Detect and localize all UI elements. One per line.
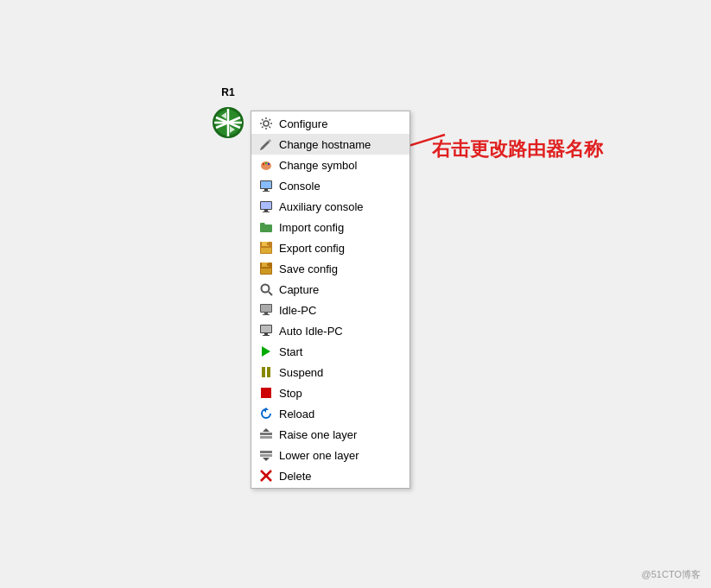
menu-item-auto-idle-pc[interactable]: Auto Idle-PC (251, 320, 409, 341)
menu-item-reload[interactable]: Reload (251, 403, 409, 424)
menu-item-change-symbol[interactable]: Change symbol (251, 155, 409, 175)
menu-item-auxiliary-console[interactable]: Auxiliary console (251, 196, 409, 217)
svg-rect-19 (264, 210, 268, 212)
svg-rect-47 (260, 451, 272, 453)
svg-rect-14 (261, 181, 271, 188)
svg-line-30 (269, 292, 272, 295)
svg-rect-23 (267, 243, 269, 245)
menu-item-label-lower-layer: Lower one layer (279, 449, 359, 462)
menu-item-label-stop: Stop (279, 387, 302, 400)
menu-item-label-reload: Reload (279, 408, 314, 420)
svg-rect-36 (261, 326, 271, 332)
lower-layer-icon (258, 447, 274, 463)
menu-item-configure[interactable]: Configure (251, 113, 409, 134)
footer: @51CTO博客 (642, 568, 701, 581)
start-icon (258, 344, 274, 359)
menu-item-start[interactable]: Start (251, 341, 409, 362)
reload-icon (258, 406, 274, 421)
svg-rect-48 (260, 454, 272, 457)
annotation-text: 右击更改路由器名称 (432, 136, 603, 162)
console-icon (258, 178, 274, 193)
router-container: R1 (207, 86, 249, 142)
menu-item-change-hostname[interactable]: Change hostname (251, 134, 409, 155)
import-config-icon (258, 219, 274, 235)
svg-rect-27 (267, 263, 269, 266)
menu-item-label-console: Console (279, 180, 321, 193)
svg-rect-20 (263, 212, 270, 212)
menu-item-stop[interactable]: Stop (251, 383, 409, 403)
svg-point-10 (263, 163, 264, 165)
menu-item-capture[interactable]: Capture (251, 279, 409, 300)
menu-item-label-auto-idle-pc: Auto Idle-PC (279, 325, 343, 338)
menu-item-label-save-config: Save config (279, 262, 338, 275)
menu-item-label-capture: Capture (279, 283, 319, 296)
svg-rect-34 (263, 314, 270, 315)
auxiliary-console-icon (258, 199, 274, 214)
svg-rect-33 (264, 313, 268, 314)
change-symbol-icon (258, 157, 274, 173)
svg-marker-46 (263, 428, 270, 432)
svg-rect-24 (261, 248, 271, 253)
svg-point-8 (263, 121, 269, 126)
menu-item-label-change-hostname: Change hostname (279, 138, 371, 151)
svg-marker-43 (263, 408, 269, 413)
footer-text: @51CTO博客 (642, 569, 701, 579)
svg-rect-18 (261, 202, 271, 209)
svg-rect-44 (260, 433, 272, 435)
menu-item-raise-layer[interactable]: Raise one layer (251, 424, 409, 445)
menu-item-label-start: Start (279, 345, 302, 358)
svg-rect-32 (261, 305, 271, 312)
svg-rect-45 (260, 436, 272, 439)
menu-item-save-config[interactable]: Save config (251, 258, 409, 279)
menu-item-label-import-config: Import config (279, 221, 344, 234)
idle-pc-icon (258, 302, 274, 318)
raise-layer-icon (258, 427, 274, 442)
menu-item-delete[interactable]: Delete (251, 465, 409, 486)
menu-item-suspend[interactable]: Suspend (251, 362, 409, 383)
router-icon[interactable] (207, 100, 249, 142)
change-hostname-icon (258, 136, 274, 152)
capture-icon (258, 281, 274, 297)
svg-point-11 (265, 162, 267, 164)
menu-item-label-raise-layer: Raise one layer (279, 428, 357, 441)
svg-marker-39 (262, 346, 270, 357)
menu-item-label-auxiliary-console: Auxiliary console (279, 200, 364, 213)
auto-idle-pc-icon (258, 323, 274, 338)
router-label: R1 (221, 86, 234, 98)
svg-point-12 (268, 163, 270, 165)
svg-rect-16 (263, 191, 270, 192)
delete-icon (258, 468, 274, 484)
svg-rect-28 (261, 269, 271, 274)
menu-item-label-suspend: Suspend (279, 366, 323, 379)
configure-icon (258, 116, 274, 131)
menu-item-label-idle-pc: Idle-PC (279, 304, 316, 317)
svg-rect-37 (264, 333, 268, 335)
context-menu: ConfigureChange hostnameChange symbolCon… (251, 111, 410, 489)
svg-marker-49 (263, 458, 270, 461)
stop-icon (258, 385, 274, 401)
svg-rect-15 (264, 189, 268, 191)
menu-item-lower-layer[interactable]: Lower one layer (251, 445, 409, 465)
svg-point-29 (262, 285, 270, 293)
menu-item-label-change-symbol: Change symbol (279, 159, 357, 172)
svg-rect-41 (267, 367, 270, 377)
svg-rect-38 (263, 335, 270, 336)
menu-item-label-delete: Delete (279, 470, 312, 483)
menu-item-console[interactable]: Console (251, 175, 409, 196)
suspend-icon (258, 364, 274, 380)
menu-item-idle-pc[interactable]: Idle-PC (251, 300, 409, 320)
save-config-icon (258, 261, 274, 276)
menu-item-import-config[interactable]: Import config (251, 217, 409, 237)
menu-item-export-config[interactable]: Export config (251, 237, 409, 258)
menu-item-label-configure: Configure (279, 117, 327, 130)
menu-item-label-export-config: Export config (279, 242, 345, 255)
svg-rect-40 (262, 367, 265, 377)
export-config-icon (258, 240, 274, 256)
svg-rect-42 (261, 388, 271, 398)
